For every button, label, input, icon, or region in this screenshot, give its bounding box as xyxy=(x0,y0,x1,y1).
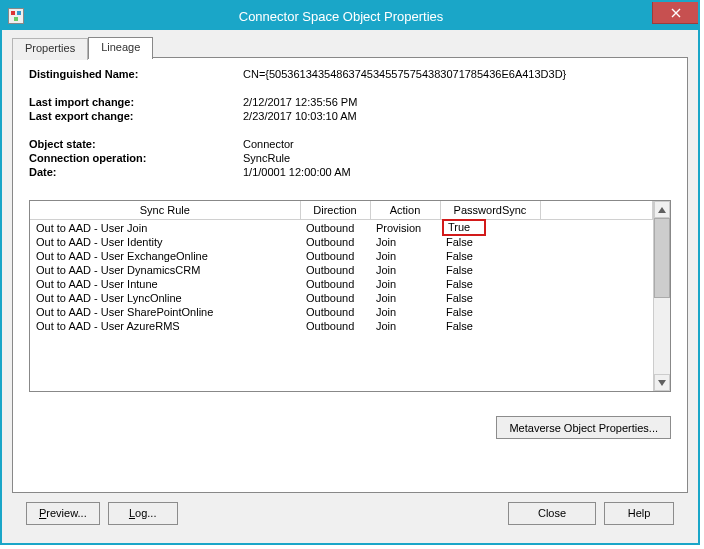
conn-op-label: Connection operation: xyxy=(29,152,239,164)
table-row[interactable]: Out to AAD - User ExchangeOnlineOutbound… xyxy=(30,249,653,263)
cell-direction: Outbound xyxy=(300,263,370,277)
tab-properties[interactable]: Properties xyxy=(12,38,88,60)
last-import-value: 2/12/2017 12:35:56 PM xyxy=(243,96,671,108)
cell-syncrule: Out to AAD - User DynamicsCRM xyxy=(30,263,300,277)
cell-filler xyxy=(540,263,653,277)
table-row[interactable]: Out to AAD - User LyncOnlineOutboundJoin… xyxy=(30,291,653,305)
app-icon xyxy=(8,8,24,24)
last-import-label: Last import change: xyxy=(29,96,239,108)
window-frame: Connector Space Object Properties Proper… xyxy=(0,0,700,545)
cell-syncrule: Out to AAD - User AzureRMS xyxy=(30,319,300,333)
cell-syncrule: Out to AAD - User LyncOnline xyxy=(30,291,300,305)
cell-filler xyxy=(540,277,653,291)
col-direction[interactable]: Direction xyxy=(300,201,370,220)
cell-syncrule: Out to AAD - User Identity xyxy=(30,235,300,249)
cell-filler xyxy=(540,319,653,333)
close-button[interactable]: Close xyxy=(508,502,596,525)
cell-passwordsync: False xyxy=(440,263,540,277)
cell-action: Join xyxy=(370,277,440,291)
table-row[interactable]: Out to AAD - User JoinOutboundProvisionT… xyxy=(30,220,653,236)
highlighted-passwordsync-true: True xyxy=(442,219,486,236)
scroll-down-icon[interactable] xyxy=(654,374,670,391)
cell-filler xyxy=(540,291,653,305)
cell-passwordsync: False xyxy=(440,235,540,249)
tab-strip: Properties Lineage xyxy=(12,36,688,58)
cell-passwordsync: False xyxy=(440,305,540,319)
scroll-track[interactable] xyxy=(654,298,670,374)
cell-syncrule: Out to AAD - User ExchangeOnline xyxy=(30,249,300,263)
cell-filler xyxy=(540,305,653,319)
bottom-button-bar: Preview... Log... Close Help xyxy=(12,493,688,533)
col-passwordsync[interactable]: PasswordSync xyxy=(440,201,540,220)
col-filler xyxy=(540,201,653,220)
metadata-grid: Distinguished Name: CN={5053613435486374… xyxy=(29,68,671,178)
last-export-value: 2/23/2017 10:03:10 AM xyxy=(243,110,671,122)
cell-direction: Outbound xyxy=(300,235,370,249)
metaverse-properties-button[interactable]: Metaverse Object Properties... xyxy=(496,416,671,439)
log-button[interactable]: Log... xyxy=(108,502,178,525)
cell-action: Join xyxy=(370,291,440,305)
date-value: 1/1/0001 12:00:00 AM xyxy=(243,166,671,178)
dn-value: CN={505361343548637453455757543830717854… xyxy=(243,68,671,80)
cell-filler xyxy=(540,235,653,249)
object-state-label: Object state: xyxy=(29,138,239,150)
date-label: Date: xyxy=(29,166,239,178)
scroll-thumb[interactable] xyxy=(654,218,670,298)
col-sync-rule[interactable]: Sync Rule xyxy=(30,201,300,220)
cell-action: Join xyxy=(370,305,440,319)
cell-direction: Outbound xyxy=(300,220,370,236)
titlebar[interactable]: Connector Space Object Properties xyxy=(2,2,698,30)
client-area: Properties Lineage Distinguished Name: C… xyxy=(2,30,698,543)
table-row[interactable]: Out to AAD - User IdentityOutboundJoinFa… xyxy=(30,235,653,249)
cell-syncrule: Out to AAD - User SharePointOnline xyxy=(30,305,300,319)
table-row[interactable]: Out to AAD - User DynamicsCRMOutboundJoi… xyxy=(30,263,653,277)
tab-page-lineage: Distinguished Name: CN={5053613435486374… xyxy=(12,57,688,493)
table-row[interactable]: Out to AAD - User SharePointOnlineOutbou… xyxy=(30,305,653,319)
cell-passwordsync: True xyxy=(440,220,540,236)
cell-direction: Outbound xyxy=(300,249,370,263)
cell-passwordsync: False xyxy=(440,319,540,333)
cell-passwordsync: False xyxy=(440,249,540,263)
conn-op-value: SyncRule xyxy=(243,152,671,164)
close-icon[interactable] xyxy=(652,2,698,24)
last-export-label: Last export change: xyxy=(29,110,239,122)
cell-action: Join xyxy=(370,263,440,277)
preview-button[interactable]: Preview... xyxy=(26,502,100,525)
dn-label: Distinguished Name: xyxy=(29,68,239,80)
cell-filler xyxy=(540,220,653,236)
cell-passwordsync: False xyxy=(440,277,540,291)
tab-lineage[interactable]: Lineage xyxy=(88,37,153,59)
sync-rule-grid: Sync Rule Direction Action PasswordSync … xyxy=(29,200,671,392)
cell-action: Join xyxy=(370,249,440,263)
cell-direction: Outbound xyxy=(300,277,370,291)
scroll-up-icon[interactable] xyxy=(654,201,670,218)
object-state-value: Connector xyxy=(243,138,671,150)
cell-direction: Outbound xyxy=(300,305,370,319)
window-title: Connector Space Object Properties xyxy=(24,9,698,24)
cell-action: Provision xyxy=(370,220,440,236)
help-button[interactable]: Help xyxy=(604,502,674,525)
cell-filler xyxy=(540,249,653,263)
vertical-scrollbar[interactable] xyxy=(653,201,670,391)
cell-direction: Outbound xyxy=(300,319,370,333)
cell-syncrule: Out to AAD - User Intune xyxy=(30,277,300,291)
table-row[interactable]: Out to AAD - User IntuneOutboundJoinFals… xyxy=(30,277,653,291)
cell-action: Join xyxy=(370,319,440,333)
cell-syncrule: Out to AAD - User Join xyxy=(30,220,300,236)
cell-direction: Outbound xyxy=(300,291,370,305)
grid-header-row[interactable]: Sync Rule Direction Action PasswordSync xyxy=(30,201,653,220)
cell-passwordsync: False xyxy=(440,291,540,305)
cell-action: Join xyxy=(370,235,440,249)
table-row[interactable]: Out to AAD - User AzureRMSOutboundJoinFa… xyxy=(30,319,653,333)
col-action[interactable]: Action xyxy=(370,201,440,220)
